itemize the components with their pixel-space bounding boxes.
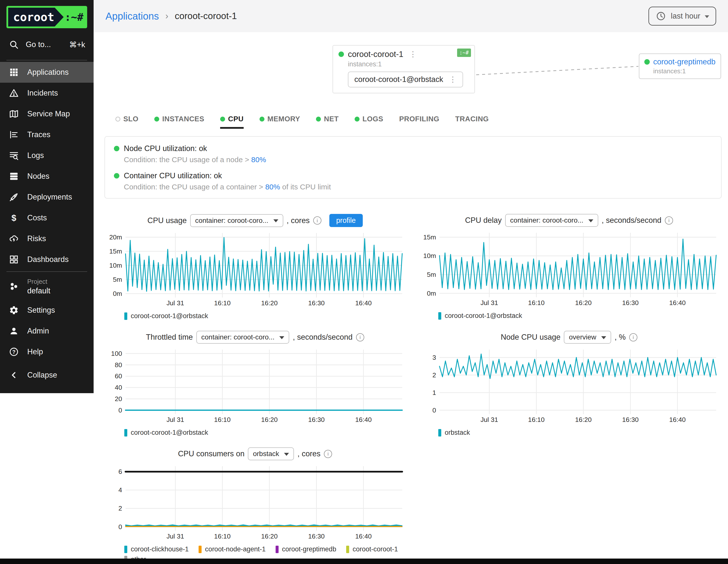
status-ok-dot — [260, 117, 264, 122]
tab-cpu[interactable]: CPU — [220, 115, 244, 129]
sidebar-item-service-map[interactable]: Service Map — [0, 103, 94, 124]
chart-selector-dropdown[interactable]: overview — [564, 331, 611, 344]
svg-text:16:20: 16:20 — [261, 416, 278, 423]
sidebar-divider — [6, 271, 87, 272]
sidebar-item-dashboards[interactable]: Dashboards — [0, 249, 94, 270]
dependency-node-card[interactable]: coroot-greptimedb instances:1 — [639, 53, 721, 79]
chart-legend: coroot-coroot-1@orbstack — [124, 312, 407, 320]
chart-plot: Jul 3116:1016:2016:3016:40020406080100 — [104, 346, 407, 425]
time-range-selector[interactable]: last hour — [649, 7, 716, 26]
check-title: Node CPU utilization: ok — [124, 144, 207, 153]
status-empty-dot — [115, 117, 120, 122]
sidebar-item-costs[interactable]: $Costs — [0, 207, 94, 228]
sidebar-collapse-button[interactable]: Collapse — [0, 365, 94, 385]
legend-label: coroot-coroot-1@orbstack — [131, 312, 208, 320]
tab-slo[interactable]: SLO — [115, 115, 138, 129]
legend-item[interactable]: orbstack — [438, 429, 470, 436]
chart-title: CPU delay — [465, 216, 502, 225]
chart-selector-dropdown[interactable]: orbstack — [248, 447, 294, 460]
chart-plot: Jul 3116:1016:2016:3016:400246 — [104, 463, 407, 542]
sidebar-nav-bottom: ProjectdefaultSettingsAdmin?HelpCollapse — [0, 273, 94, 385]
legend-label: coroot-coroot-1 — [353, 545, 398, 553]
kebab-menu-icon[interactable]: ⋮ — [447, 76, 459, 83]
goto-search[interactable]: Go to... ⌘+k — [0, 31, 94, 58]
chevron-down-icon — [705, 15, 709, 18]
svg-text:16:30: 16:30 — [622, 299, 639, 307]
chart-selector-value: orbstack — [253, 450, 279, 458]
status-ok-dot — [114, 173, 119, 179]
legend-label: coroot-node-agent-1 — [205, 545, 266, 553]
tab-tracing[interactable]: TRACING — [455, 115, 489, 129]
tab-net[interactable]: NET — [316, 115, 339, 129]
instance-box[interactable]: coroot-coroot-1@orbstack ⋮ — [348, 72, 463, 87]
svg-text:Jul 31: Jul 31 — [166, 299, 184, 307]
sidebar-item-applications[interactable]: Applications — [0, 62, 94, 83]
legend-label: coroot-clickhouse-1 — [131, 545, 189, 553]
tab-logs[interactable]: LOGS — [355, 115, 383, 129]
chart-selector-value: container: coroot-coro... — [195, 217, 268, 225]
svg-text:16:20: 16:20 — [261, 299, 278, 307]
project-name: default — [27, 286, 50, 295]
info-icon[interactable]: i — [629, 333, 637, 341]
coroot-logo[interactable]: coroot :~# — [6, 6, 87, 28]
sidebar-item-risks[interactable]: Risks — [0, 228, 94, 249]
svg-text:6: 6 — [118, 468, 122, 475]
chart-selector-dropdown[interactable]: container: coroot-coro... — [196, 331, 289, 344]
sidebar-project-switcher[interactable]: Projectdefault — [0, 273, 94, 300]
tab-profiling[interactable]: PROFILING — [399, 115, 439, 129]
apps-grid-icon — [8, 67, 19, 78]
breadcrumb-separator: › — [165, 11, 168, 21]
sidebar-item-label: Service Map — [27, 109, 70, 118]
chart-cpu-consumers: CPU consumers onorbstack, coresiJul 3116… — [104, 447, 407, 564]
sidebar-item-incidents[interactable]: Incidents — [0, 83, 94, 103]
legend-item[interactable]: coroot-greptimedb — [276, 545, 336, 553]
sidebar-item-traces[interactable]: Traces — [0, 124, 94, 145]
legend-item[interactable]: coroot-clickhouse-1 — [124, 545, 189, 553]
chart-node-cpu-usage: Node CPU usageoverview, %iJul 3116:1016:… — [417, 331, 721, 436]
svg-text:100: 100 — [111, 350, 122, 357]
status-ok-dot — [220, 117, 225, 122]
caret-down-icon — [284, 453, 289, 456]
svg-text:5m: 5m — [113, 276, 122, 283]
info-icon[interactable]: i — [665, 216, 673, 225]
sidebar-item-settings[interactable]: Settings — [0, 300, 94, 321]
check-threshold[interactable]: 80% — [251, 155, 266, 164]
tab-label: CPU — [228, 115, 244, 123]
info-icon[interactable]: i — [313, 216, 321, 225]
info-icon[interactable]: i — [324, 450, 332, 458]
legend-item[interactable]: coroot-coroot-1@orbstack — [124, 312, 208, 320]
svg-text:0: 0 — [118, 523, 122, 531]
page-footer-bar — [0, 559, 728, 564]
legend-label: orbstack — [445, 429, 470, 436]
sidebar-item-label: Admin — [27, 327, 49, 335]
app-node-card[interactable]: :~# coroot-coroot-1 ⋮ instances:1 coroot… — [333, 45, 475, 93]
chart-selector-dropdown[interactable]: container: coroot-coro... — [190, 214, 283, 227]
svg-text:4: 4 — [118, 486, 122, 494]
legend-item[interactable]: coroot-node-agent-1 — [199, 545, 266, 553]
svg-text:5m: 5m — [427, 271, 436, 278]
legend-swatch — [438, 429, 441, 436]
sidebar-item-nodes[interactable]: Nodes — [0, 166, 94, 187]
legend-swatch — [124, 312, 127, 320]
sidebar-item-logs[interactable]: Logs — [0, 145, 94, 166]
dependency-name-link[interactable]: coroot-greptimedb — [653, 57, 716, 66]
tab-instances[interactable]: INSTANCES — [154, 115, 204, 129]
kebab-menu-icon[interactable]: ⋮ — [407, 51, 419, 58]
svg-text:20: 20 — [115, 395, 122, 403]
profile-button[interactable]: profile — [329, 214, 363, 227]
tab-memory[interactable]: MEMORY — [260, 115, 300, 129]
svg-text:0: 0 — [432, 407, 436, 414]
check-item: Node CPU utilization: okCondition: the C… — [114, 144, 712, 164]
breadcrumb-applications-link[interactable]: Applications — [105, 11, 159, 22]
info-icon[interactable]: i — [356, 333, 364, 341]
check-title: Container CPU utilization: ok — [124, 171, 222, 180]
chart-selector-dropdown[interactable]: container: coroot-coro... — [505, 214, 598, 227]
sidebar-item-help[interactable]: ?Help — [0, 341, 94, 362]
legend-item[interactable]: coroot-coroot-1@orbstack — [438, 312, 522, 320]
legend-item[interactable]: coroot-coroot-1 — [346, 545, 398, 553]
legend-item[interactable]: coroot-coroot-1@orbstack — [124, 429, 208, 436]
sidebar-item-deployments[interactable]: Deployments — [0, 187, 94, 207]
collapse-label: Collapse — [27, 371, 57, 380]
sidebar-item-admin[interactable]: Admin — [0, 321, 94, 341]
check-threshold[interactable]: 80% — [265, 183, 280, 191]
